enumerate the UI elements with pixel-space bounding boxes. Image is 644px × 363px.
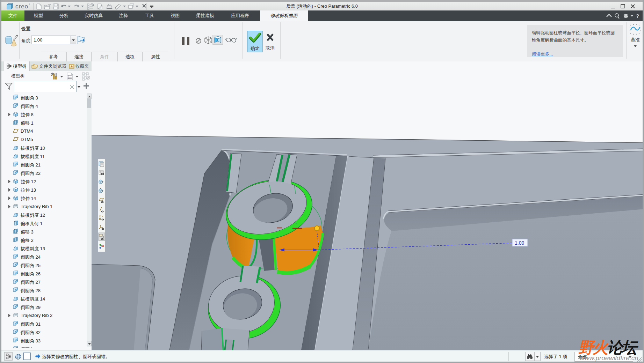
svg-text:?: ? [636,13,639,19]
svg-text:1.00: 1.00 [515,240,524,246]
